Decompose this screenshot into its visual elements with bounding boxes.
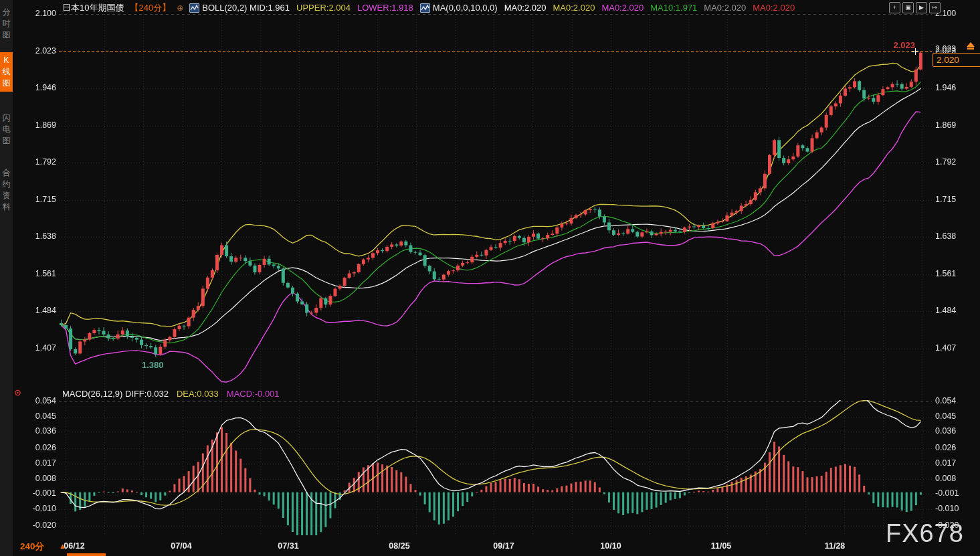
price-axis-label: 1.946 <box>935 83 956 92</box>
macd-header: MACD(26,12,9) DIFF:0.032DEA:0.033MACD:-0… <box>62 389 280 399</box>
date-axis-label: 09/17 <box>482 541 525 551</box>
chart-toolbar: +▣▶↦ <box>889 2 941 13</box>
indicator-value-7: MA10:1.971 <box>650 3 697 13</box>
play-forward-icon[interactable]: ▶ <box>916 2 927 13</box>
chart-header: 日本10年期国债 【240分】 ⊕ BOLL(20,2) MID:1.961UP… <box>62 2 795 13</box>
macd-axis-label: 0.036 <box>19 426 56 436</box>
indicator-value-0: BOLL(20,2) MID:1.961 <box>202 3 290 13</box>
macd-value-1: DEA:0.033 <box>177 389 219 399</box>
macd-axis-label: 0.045 <box>19 411 56 421</box>
macd-axis-label: -0.001 <box>19 488 56 498</box>
price-axis-label: 1.638 <box>935 231 956 241</box>
footer-timeframe-arrow-icon[interactable]: ▲ <box>59 542 66 550</box>
indicator-value-4: MA0:2.020 <box>504 3 547 13</box>
price-axis-label: 1.792 <box>935 157 956 167</box>
indicator-chart-icon[interactable] <box>420 3 430 13</box>
sidebar-tab-1[interactable]: K线图 <box>0 52 13 92</box>
price-axis-label: 1.561 <box>19 269 56 278</box>
chart-canvas[interactable] <box>0 0 980 556</box>
date-axis-label: 11/05 <box>700 541 743 551</box>
sidebar-tab-0[interactable]: 分时图 <box>0 4 13 43</box>
price-axis-label: 1.407 <box>19 343 56 353</box>
price-axis-label: 1.638 <box>19 231 56 241</box>
macd-axis-label: 0.045 <box>935 411 956 421</box>
macd-axis-label: -0.001 <box>935 488 959 498</box>
price-axis-label: 2.100 <box>19 9 56 18</box>
indicator-value-8: MA0:2.020 <box>704 3 746 13</box>
price-axis-label: 1.715 <box>19 195 56 204</box>
overlay-link-icon[interactable]: ⊕ <box>177 3 183 13</box>
price-axis-label: 1.715 <box>935 195 956 204</box>
go-to-latest-icon[interactable]: ↦ <box>929 2 941 13</box>
indicator-chart-icon[interactable] <box>189 3 199 13</box>
date-axis-label: 07/31 <box>267 541 310 551</box>
footer-timeframe-label[interactable]: 240分 <box>20 541 44 553</box>
indicator-value-6: MA0:2.020 <box>601 3 644 13</box>
price-axis-label: 1.869 <box>19 120 56 130</box>
timeframe-badge[interactable]: 【240分】 <box>130 2 171 14</box>
macd-axis-label: 0.017 <box>19 458 56 468</box>
last-price-box: 2.020 <box>933 53 980 67</box>
macd-settings-icon[interactable]: ⊙ <box>14 387 21 397</box>
chart-scale-icon[interactable]: ▣ <box>902 2 914 13</box>
macd-axis-label: 0.008 <box>935 474 956 483</box>
indicator-value-2: LOWER:1.918 <box>357 3 413 13</box>
instrument-title: 日本10年期国债 <box>62 2 124 14</box>
macd-axis-label: 0.026 <box>19 443 56 452</box>
arrow-base-bar <box>967 48 974 50</box>
macd-axis-label: 0.036 <box>935 426 956 436</box>
sidebar-tab-3[interactable]: 合约资料 <box>0 165 13 215</box>
macd-axis-label: -0.010 <box>935 504 959 513</box>
scrollbar-thumb[interactable] <box>67 553 106 556</box>
indicator-value-9: MA0:2.020 <box>753 3 795 13</box>
macd-axis-label: 0.054 <box>19 396 56 405</box>
price-axis-label: 1.869 <box>935 120 956 130</box>
up-triangle-icon <box>967 42 975 47</box>
date-axis-label: 11/28 <box>813 541 856 551</box>
price-axis-label: 1.946 <box>19 83 56 92</box>
price-axis-label: 1.561 <box>935 269 956 278</box>
trading-app-window: 分时图K线图闪电图合约资料 日本10年期国债 【240分】 ⊕ BOLL(20,… <box>0 0 980 556</box>
macd-value-2: MACD:-0.001 <box>227 389 280 399</box>
macd-value-0: MACD(26,12,9) DIFF:0.032 <box>62 389 169 399</box>
fx678-watermark: FX678 <box>886 519 964 548</box>
crosshair-tool-icon[interactable]: + <box>889 2 900 13</box>
sidebar: 分时图K线图闪电图合约资料 <box>0 0 13 556</box>
date-axis-label: 08/25 <box>378 541 421 551</box>
sidebar-tab-2[interactable]: 闪电图 <box>0 110 13 149</box>
indicator-value-3: MA(0,0,0,10,0,0) <box>433 3 498 13</box>
macd-axis-label: 0.008 <box>19 474 56 483</box>
price-axis-label: 1.484 <box>935 306 956 315</box>
price-axis-label: 1.484 <box>19 306 56 315</box>
macd-axis-label: 0.017 <box>935 458 956 468</box>
date-axis-label: 07/04 <box>160 541 203 551</box>
price-axis-label: 1.792 <box>19 157 56 167</box>
period-high-label: 2.023 <box>884 40 915 50</box>
indicator-value-1: UPPER:2.004 <box>296 3 351 13</box>
date-axis-label: 10/10 <box>589 541 632 551</box>
macd-axis-label: 0.054 <box>935 396 956 405</box>
macd-axis-label: -0.020 <box>19 521 56 530</box>
swing-low-label: 1.380 <box>142 360 164 370</box>
macd-axis-label: 0.026 <box>935 443 956 452</box>
macd-axis-label: -0.010 <box>19 504 56 513</box>
indicator-values: BOLL(20,2) MID:1.961UPPER:2.004LOWER:1.9… <box>189 3 795 13</box>
indicator-value-5: MA0:2.020 <box>553 3 595 13</box>
price-axis-label: 1.407 <box>935 343 956 353</box>
scroll-to-latest-icon[interactable] <box>966 42 975 51</box>
price-axis-label: 2.023 <box>19 46 56 56</box>
